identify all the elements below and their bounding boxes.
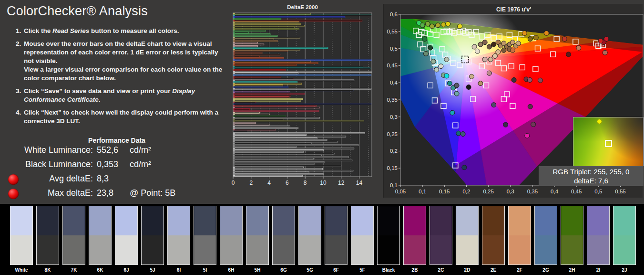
delta-error-bar[interactable]: [234, 109, 250, 110]
delta-error-bar[interactable]: [234, 97, 289, 98]
cie-measured-point[interactable]: [528, 104, 532, 109]
delta-error-bar[interactable]: [234, 148, 354, 149]
delta-error-bar[interactable]: [234, 71, 372, 72]
delta-error-bar[interactable]: [234, 82, 297, 83]
delta-error-bar[interactable]: [234, 157, 349, 158]
delta-error-bar[interactable]: [234, 119, 284, 120]
delta-error-bar[interactable]: [234, 95, 291, 96]
delta-error-bar[interactable]: [234, 143, 312, 144]
delta-error-bar[interactable]: [234, 44, 264, 45]
cie-measured-point[interactable]: [566, 52, 571, 57]
cie-measured-point[interactable]: [603, 50, 607, 55]
swatch-column-5H[interactable]: [246, 206, 269, 265]
delta-error-bar[interactable]: [234, 53, 262, 53]
delta-error-bar[interactable]: [234, 13, 311, 14]
delta-error-bar[interactable]: [234, 131, 247, 132]
swatch-column-2E[interactable]: [482, 206, 505, 265]
delta-error-bar[interactable]: [234, 90, 353, 91]
delta-error-bar[interactable]: [234, 136, 346, 137]
delta-error-bar[interactable]: [234, 49, 300, 50]
delta-error-bar[interactable]: [234, 116, 286, 116]
delta-error-bar[interactable]: [234, 18, 281, 19]
swatch-column-2H[interactable]: [561, 206, 583, 265]
swatch-column-2C[interactable]: [429, 206, 452, 265]
swatch-column-5F[interactable]: [351, 206, 374, 265]
cie-measured-point[interactable]: [478, 81, 483, 86]
cie-measured-point[interactable]: [422, 37, 427, 42]
delta-error-bar[interactable]: [234, 110, 319, 111]
cie-measured-point[interactable]: [430, 24, 435, 29]
delta-error-bar[interactable]: [234, 149, 324, 150]
cie-measured-point[interactable]: [454, 83, 459, 88]
delta-error-bar[interactable]: [234, 27, 295, 28]
swatch-column-6G[interactable]: [272, 206, 295, 265]
delta-error-bar[interactable]: [234, 94, 305, 95]
delta-error-bar[interactable]: [234, 122, 256, 123]
delta-error-bar[interactable]: [234, 39, 274, 40]
delta-error-bar[interactable]: [234, 74, 371, 75]
delta-error-bar[interactable]: [234, 104, 372, 105]
delta-error-bar[interactable]: [234, 175, 303, 176]
delta-error-bar[interactable]: [234, 15, 372, 16]
cie-measured-point[interactable]: [487, 44, 491, 49]
swatch-column-5G[interactable]: [298, 206, 321, 265]
cie-measured-point[interactable]: [525, 133, 530, 138]
delta-error-bar[interactable]: [234, 42, 258, 43]
cie-measured-point[interactable]: [511, 78, 516, 83]
delta-error-bar[interactable]: [234, 134, 307, 135]
cie-measured-point[interactable]: [439, 64, 443, 69]
cie-measured-point[interactable]: [447, 81, 452, 86]
delta-error-bar[interactable]: [234, 160, 352, 161]
delta-error-bar[interactable]: [234, 92, 290, 93]
delta-error-bar[interactable]: [234, 47, 328, 48]
delta-error-bar[interactable]: [234, 37, 300, 38]
swatch-column-White[interactable]: [10, 206, 33, 265]
delta-error-bar[interactable]: [234, 17, 345, 18]
delta-error-bar[interactable]: [234, 163, 315, 164]
delta-error-bar[interactable]: [234, 151, 304, 152]
cie-measured-point[interactable]: [444, 57, 449, 62]
cie-measured-point[interactable]: [456, 131, 461, 136]
delta-error-bar[interactable]: [234, 70, 286, 71]
delta-error-bar[interactable]: [234, 100, 301, 101]
swatch-column-5I[interactable]: [194, 206, 216, 265]
delta-error-bar[interactable]: [234, 139, 327, 140]
delta-error-bar[interactable]: [234, 20, 362, 21]
cie-measured-point[interactable]: [522, 31, 527, 35]
delta-error-bar[interactable]: [234, 102, 256, 103]
delta-error-bar[interactable]: [234, 117, 320, 118]
delta-error-bar[interactable]: [234, 34, 270, 35]
delta-error-bar[interactable]: [234, 114, 270, 115]
cie-measured-point[interactable]: [598, 39, 603, 43]
cie-measured-point[interactable]: [496, 50, 501, 54]
delta-error-bar[interactable]: [234, 172, 309, 173]
delta-error-bar[interactable]: [234, 124, 270, 125]
cie-measured-point[interactable]: [503, 122, 508, 127]
cie-measured-point[interactable]: [528, 37, 532, 42]
swatch-column-6F[interactable]: [325, 206, 348, 265]
cie-measured-point[interactable]: [458, 24, 462, 29]
delta-error-bar[interactable]: [234, 129, 276, 130]
swatch-column-2G[interactable]: [534, 206, 557, 265]
cie-measured-point[interactable]: [466, 85, 471, 90]
cie-measured-point[interactable]: [424, 51, 429, 56]
swatch-column-2I[interactable]: [587, 206, 610, 265]
cie-measured-point[interactable]: [436, 23, 440, 28]
delta-error-bar[interactable]: [234, 35, 278, 36]
cie-zoom-inset[interactable]: [573, 117, 644, 167]
swatch-column-6J[interactable]: [115, 206, 138, 265]
delta-error-bar[interactable]: [234, 169, 323, 169]
swatch-column-5J[interactable]: [141, 206, 164, 265]
delta-error-bar[interactable]: [234, 133, 365, 134]
cie-measured-point[interactable]: [510, 48, 515, 53]
cie-measured-point[interactable]: [450, 110, 455, 115]
cie-measured-point[interactable]: [491, 103, 496, 107]
delta-error-bar[interactable]: [234, 146, 296, 147]
cie-measured-point[interactable]: [531, 122, 536, 127]
cie-measured-point[interactable]: [562, 37, 567, 42]
swatch-column-2D[interactable]: [456, 206, 479, 265]
delta-error-bar[interactable]: [234, 106, 317, 106]
cie-measured-point[interactable]: [492, 53, 497, 58]
delta-error-bar[interactable]: [234, 64, 296, 65]
swatch-column-6I[interactable]: [167, 206, 190, 265]
